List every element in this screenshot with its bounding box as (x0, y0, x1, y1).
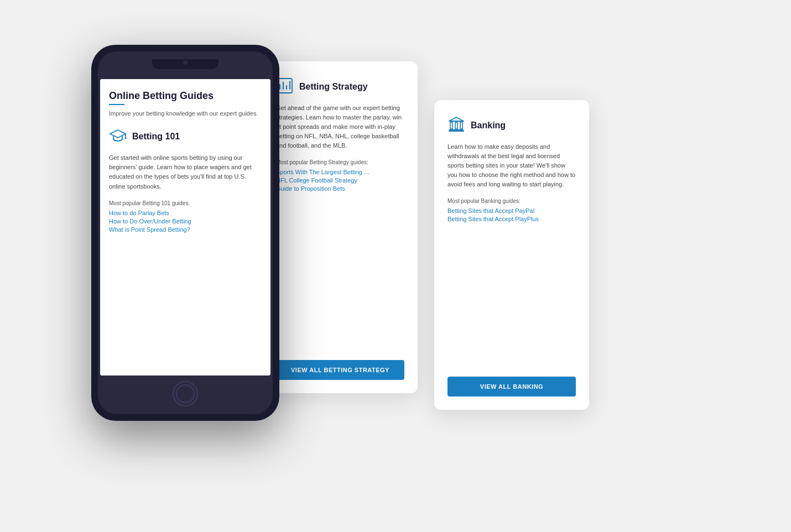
main-scene: Online Betting Guides Improve your betti… (91, 28, 700, 504)
strategy-title: Betting Strategy (299, 82, 368, 92)
page-subtitle: Improve your betting knowledge with our … (109, 109, 262, 118)
page-title: Online Betting Guides (109, 90, 262, 102)
phone-inner: Online Betting Guides Improve your betti… (98, 51, 273, 414)
view-all-strategy-button[interactable]: VIEW ALL BETTING STRATEGY (276, 360, 404, 380)
strategy-icon-row: Betting Strategy (276, 77, 404, 97)
strategy-link-1[interactable]: Sports With The Largest Betting … (276, 169, 404, 175)
banking-link-2[interactable]: Betting Sites that Accept PlayPlus (447, 216, 576, 222)
page-header: Online Betting Guides Improve your betti… (109, 90, 262, 118)
strategy-desc: Get ahead of the game with our expert be… (276, 103, 404, 150)
banking-title: Banking (471, 121, 506, 131)
phone-camera (183, 60, 188, 65)
svg-marker-6 (449, 117, 464, 121)
bank-icon (447, 116, 465, 135)
betting101-links: How to do Parlay Bets How to Do Over/Und… (109, 210, 262, 233)
betting101-link-1[interactable]: How to do Parlay Bets (109, 210, 262, 216)
banking-link-1[interactable]: Betting Sites that Accept PayPal (447, 207, 576, 214)
svg-point-0 (125, 138, 127, 139)
betting101-desc: Get started with online sports betting b… (109, 153, 262, 191)
banking-popular-label: Most popular Banking guides: (447, 198, 576, 204)
banking-links: Betting Sites that Accept PayPal Betting… (447, 207, 576, 222)
betting101-link-2[interactable]: How to Do Over/Under Betting (109, 218, 262, 225)
banking-icon-row: Banking (447, 116, 576, 135)
svg-rect-10 (460, 122, 462, 129)
screen-card-betting101: Online Betting Guides Improve your betti… (100, 79, 270, 375)
strategy-popular-label: Most popular Betting Strategy guides: (276, 159, 404, 165)
betting101-title: Betting 101 (132, 132, 180, 142)
betting101-icon-row: Betting 101 (109, 127, 262, 147)
view-all-banking-button[interactable]: VIEW ALL BANKING (447, 377, 576, 397)
svg-rect-8 (450, 122, 452, 129)
svg-rect-9 (455, 122, 457, 129)
phone-device: Online Betting Guides Improve your betti… (91, 45, 279, 421)
phone-home-button[interactable] (173, 381, 198, 406)
card-banking: Banking Learn how to make easy deposits … (434, 100, 589, 410)
strategy-link-2[interactable]: NFL College Football Strategy (276, 177, 404, 184)
betting101-popular-label: Most popular Betting 101 guides: (109, 200, 262, 206)
betting101-link-3[interactable]: What is Point Spread Betting? (109, 226, 262, 233)
phone-screen: Online Betting Guides Improve your betti… (100, 79, 270, 375)
card-betting-strategy: Betting Strategy Get ahead of the game w… (263, 61, 418, 393)
strategy-links: Sports With The Largest Betting … NFL Co… (276, 169, 404, 192)
strategy-link-3[interactable]: Guide to Proposition Bets (276, 185, 404, 192)
graduation-cap-icon (109, 127, 127, 147)
banking-desc: Learn how to make easy deposits and with… (447, 142, 576, 189)
phone-home-inner (176, 384, 195, 403)
page-title-underline (109, 104, 124, 105)
